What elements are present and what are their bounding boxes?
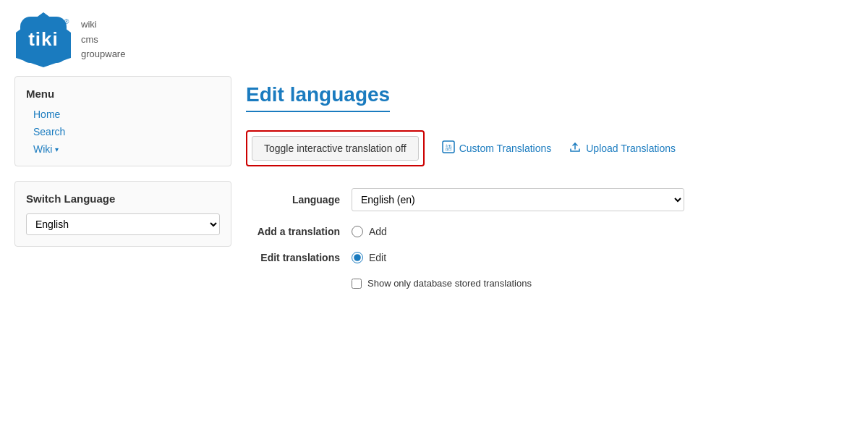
edit-translations-row: Edit translations Edit xyxy=(246,252,854,263)
form-section: Language English (en) French (fr) Spanis… xyxy=(246,188,854,289)
add-radio-row: Add xyxy=(352,226,387,237)
add-translation-label: Add a translation xyxy=(246,226,340,237)
upload-translations-link[interactable]: Upload Translations xyxy=(569,140,676,156)
sidebar-item-home[interactable]: Home xyxy=(33,109,60,120)
add-radio-input[interactable] xyxy=(352,226,363,237)
svg-text:tiki: tiki xyxy=(28,28,59,50)
wiki-dropdown-arrow: ▾ xyxy=(55,145,59,153)
custom-translations-link[interactable]: 語 Custom Translations xyxy=(442,140,552,156)
edit-radio-input[interactable] xyxy=(352,252,363,263)
switch-language-box: Switch Language English French Spanish G… xyxy=(14,181,231,247)
svg-text:語: 語 xyxy=(445,144,451,151)
show-db-checkbox[interactable] xyxy=(352,279,362,289)
custom-translations-icon: 語 xyxy=(442,140,455,156)
logo-line1: wiki xyxy=(81,17,125,33)
sidebar-item-search[interactable]: Search xyxy=(33,126,65,137)
sidebar-item-wiki[interactable]: Wiki ▾ xyxy=(33,143,220,155)
tiki-logo: tiki ® xyxy=(14,11,72,69)
page-wrapper: tiki ® wiki cms groupware Menu Home xyxy=(0,0,868,445)
edit-radio-label: Edit xyxy=(369,252,386,263)
menu-box: Menu Home Search Wiki ▾ xyxy=(14,76,231,166)
show-db-row: Show only database stored translations xyxy=(352,278,854,289)
header: tiki ® wiki cms groupware xyxy=(0,0,868,76)
upload-translations-label: Upload Translations xyxy=(586,143,676,154)
sidebar-nav: Home Search Wiki ▾ xyxy=(26,109,220,155)
content-area: Edit languages Toggle interactive transl… xyxy=(246,76,854,431)
toggle-interactive-translation-button[interactable]: Toggle interactive translation off xyxy=(252,136,419,161)
list-item: Home xyxy=(33,109,220,120)
upload-translations-icon xyxy=(569,140,582,156)
add-translation-row: Add a translation Add xyxy=(246,226,854,237)
show-db-label: Show only database stored translations xyxy=(367,278,532,289)
page-title: Edit languages xyxy=(246,83,390,112)
svg-text:®: ® xyxy=(64,18,69,25)
logo-container: tiki ® wiki cms groupware xyxy=(14,11,125,69)
edit-radio-row: Edit xyxy=(352,252,386,263)
logo-text: wiki cms groupware xyxy=(81,17,125,62)
language-select[interactable]: English (en) French (fr) Spanish (es) Ge… xyxy=(352,188,684,211)
switch-language-title: Switch Language xyxy=(26,192,220,205)
toolbar-row: Toggle interactive translation off 語 Cus… xyxy=(246,130,854,166)
language-row: Language English (en) French (fr) Spanis… xyxy=(246,188,854,211)
custom-translations-label: Custom Translations xyxy=(459,143,552,154)
main-layout: Menu Home Search Wiki ▾ xyxy=(0,76,868,445)
toggle-btn-wrapper: Toggle interactive translation off xyxy=(246,130,425,166)
logo-line2: cms xyxy=(81,33,125,48)
menu-title: Menu xyxy=(26,88,220,100)
logo-line3: groupware xyxy=(81,47,125,62)
list-item: Search xyxy=(33,126,220,137)
edit-translations-label: Edit translations xyxy=(246,252,340,263)
language-switcher-select[interactable]: English French Spanish German xyxy=(26,213,220,235)
list-item: Wiki ▾ xyxy=(33,143,220,155)
language-label: Language xyxy=(246,194,340,205)
add-radio-label: Add xyxy=(369,226,387,237)
sidebar: Menu Home Search Wiki ▾ xyxy=(14,76,231,431)
